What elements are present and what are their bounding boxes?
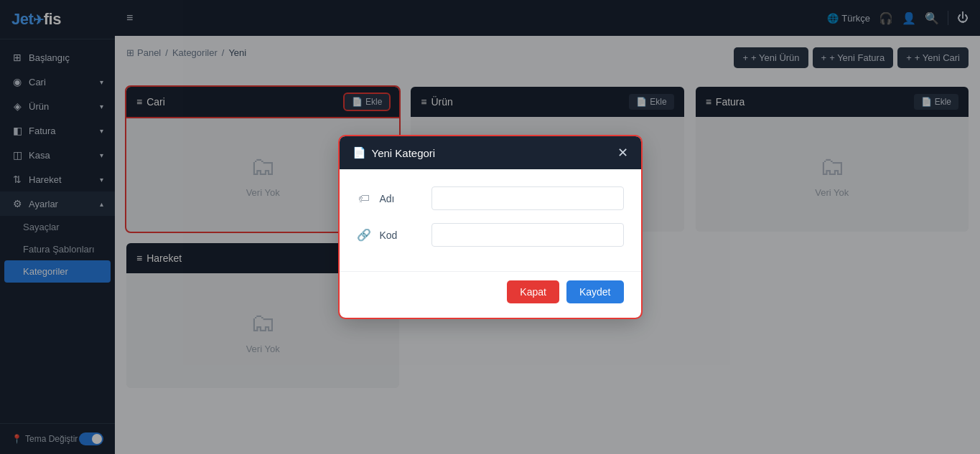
new-kategori-modal: 📄 Yeni Kategori ✕ 🏷 Adı 🔗 Kod Kapat Kayd… [340,136,641,318]
modal-body: 🏷 Adı 🔗 Kod [340,169,641,271]
form-row-adi: 🏷 Adı [357,186,624,210]
link-icon: 🔗 [357,228,371,242]
adi-label: Adı [380,193,423,204]
adi-input[interactable] [431,186,624,210]
modal-close-button[interactable]: ✕ [617,146,628,159]
kapat-button[interactable]: Kapat [507,280,559,303]
form-row-kod: 🔗 Kod [357,223,624,247]
kaydet-button[interactable]: Kaydet [566,280,624,303]
modal-title: Yeni Kategori [372,147,436,159]
kod-label: Kod [380,230,423,241]
modal-footer: Kapat Kaydet [340,271,641,318]
kod-input[interactable] [431,223,624,247]
tag-icon: 🏷 [357,192,371,205]
modal-title-icon: 📄 [353,146,366,159]
modal-header: 📄 Yeni Kategori ✕ [340,136,641,169]
modal-overlay[interactable]: 📄 Yeni Kategori ✕ 🏷 Adı 🔗 Kod Kapat Kayd… [0,0,980,454]
